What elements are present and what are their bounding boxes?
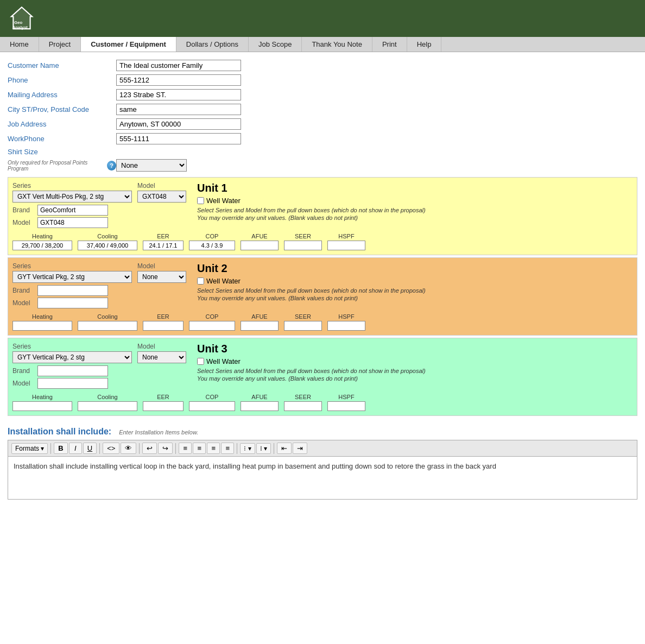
unit2-brand-input[interactable] <box>37 285 108 296</box>
city-row: City ST/Prov, Postal Code <box>8 104 637 115</box>
unit3-cop-input[interactable] <box>189 401 235 411</box>
unit3-hspf-input[interactable] <box>327 401 365 411</box>
unit3-well-water-checkbox[interactable] <box>197 358 204 365</box>
code-button[interactable]: <> <box>103 443 119 454</box>
unit3-seer-input[interactable] <box>284 401 322 411</box>
unit1-seer-input[interactable] <box>284 241 322 250</box>
unit2-eer-label: EER <box>157 313 169 320</box>
unit2-eer-col: EER <box>143 313 184 331</box>
unit2-seer-label: SEER <box>295 313 311 320</box>
formats-dropdown[interactable]: Formats ▾ <box>11 443 48 454</box>
toolbar-sep-1 <box>50 443 51 454</box>
unit1-afue-input[interactable] <box>241 241 279 250</box>
work-phone-label: WorkPhone <box>8 135 116 143</box>
indent-button[interactable]: ⇥ <box>293 443 307 454</box>
unit2-model-select[interactable]: None GXT048 <box>137 271 186 283</box>
unit1-cop-input[interactable] <box>189 241 235 250</box>
italic-button[interactable]: I <box>69 443 82 454</box>
nav-print[interactable]: Print <box>372 37 407 52</box>
unit3-series-label: Series <box>12 343 132 350</box>
unit3-model-input[interactable] <box>37 378 108 389</box>
info-icon[interactable]: ? <box>107 161 116 171</box>
nav-project[interactable]: Project <box>39 37 81 52</box>
align-center-button[interactable]: ≡ <box>193 443 206 454</box>
bold-button[interactable]: B <box>54 443 67 454</box>
unit3-model-row: Model <box>12 378 132 389</box>
phone-row: Phone <box>8 74 637 86</box>
unit1-model-select[interactable]: GXT048 None <box>137 191 186 203</box>
unit1-cooling-input[interactable] <box>78 241 137 250</box>
unit2-well-water: Well Water <box>197 277 633 285</box>
installation-editor[interactable]: Installation shall include installing ve… <box>8 456 637 500</box>
unit3-brand-row: Brand <box>12 365 132 376</box>
work-phone-input[interactable] <box>116 133 241 144</box>
unit1-eer-input[interactable] <box>143 241 184 250</box>
unit3-model-select[interactable]: None GXT048 <box>137 351 186 363</box>
unit1-cop-label: COP <box>206 233 219 239</box>
align-right-button[interactable]: ≡ <box>207 443 220 454</box>
unit3-eer-input[interactable] <box>143 401 184 411</box>
mailing-address-row: Mailing Address <box>8 89 637 100</box>
unit1-section: Series GXT Vert Multi-Pos Pkg, 2 stg GYT… <box>8 177 637 255</box>
preview-button[interactable]: 👁 <box>121 443 136 454</box>
unit1-heating-input[interactable] <box>12 241 72 250</box>
unit2-heating-input[interactable] <box>12 321 72 331</box>
job-address-input[interactable] <box>116 118 241 130</box>
nav-home[interactable]: Home <box>0 37 39 52</box>
unit1-hspf-input[interactable] <box>327 241 365 250</box>
unit2-well-water-checkbox[interactable] <box>197 277 204 285</box>
unit2-cop-input[interactable] <box>189 321 235 331</box>
undo-button[interactable]: ↩ <box>142 443 157 454</box>
unit2-hspf-input[interactable] <box>327 321 365 331</box>
nav-thank-you-note[interactable]: Thank You Note <box>302 37 372 52</box>
unit2-metrics: Heating Cooling EER COP AFUE SEER <box>12 313 633 331</box>
unit1-eer-label: EER <box>157 233 169 239</box>
unit2-cop-col: COP <box>189 313 235 331</box>
unit1-afue-label: AFUE <box>251 233 267 239</box>
unit2-seer-input[interactable] <box>284 321 322 331</box>
header: Geo Analyst <box>0 0 645 37</box>
mailing-address-input[interactable] <box>116 89 241 100</box>
nav-dollars-options[interactable]: Dollars / Options <box>176 37 249 52</box>
shirt-size-select[interactable]: None S M L XL XXL <box>116 159 187 172</box>
unit1-series-select[interactable]: GXT Vert Multi-Pos Pkg, 2 stg GYT Vertic… <box>12 191 132 203</box>
outdent-button[interactable]: ⇤ <box>277 443 292 454</box>
unit2-brand-row: Brand <box>12 285 132 296</box>
unit3-brand-input[interactable] <box>37 365 108 376</box>
unit2-brand-label: Brand <box>12 287 35 294</box>
unit2-model-input[interactable] <box>37 298 108 308</box>
unit1-brand-input[interactable] <box>37 205 108 216</box>
customer-name-row: Customer Name <box>8 60 637 71</box>
unit2-eer-input[interactable] <box>143 321 184 331</box>
list-bullet-button[interactable]: ⁝ ▾ <box>240 443 255 454</box>
redo-button[interactable]: ↪ <box>158 443 173 454</box>
nav-customer-equipment[interactable]: Customer / Equipment <box>81 37 176 52</box>
unit3-hspf-col: HSPF <box>327 394 365 411</box>
list-number-button[interactable]: ⁞ ▾ <box>256 443 271 454</box>
installation-title: Installation shall include: <box>8 427 111 437</box>
phone-input[interactable] <box>116 74 241 86</box>
unit2-cooling-input[interactable] <box>78 321 137 331</box>
customer-name-input[interactable] <box>116 60 241 71</box>
align-left-button[interactable]: ≡ <box>179 443 192 454</box>
unit3-cop-col: COP <box>189 394 235 411</box>
nav-help[interactable]: Help <box>407 37 442 52</box>
nav-job-scope[interactable]: Job Scope <box>249 37 302 52</box>
unit1-eer-col: EER <box>143 233 184 250</box>
underline-button[interactable]: U <box>83 443 97 454</box>
toolbar-sep-5 <box>237 443 237 454</box>
justify-button[interactable]: ≡ <box>221 443 234 454</box>
city-input[interactable] <box>116 104 241 115</box>
unit3-series-select[interactable]: GYT Vertical Pkg, 2 stg GXT Vert Multi-P… <box>12 351 132 363</box>
unit1-afue-col: AFUE <box>241 233 279 250</box>
unit3-heating-input[interactable] <box>12 401 72 411</box>
unit2-afue-input[interactable] <box>241 321 279 331</box>
unit1-select-info: Select Series and Model from the pull do… <box>197 207 633 213</box>
job-address-label: Job Address <box>8 120 116 128</box>
unit2-series-select[interactable]: GYT Vertical Pkg, 2 stg GXT Vert Multi-P… <box>12 271 132 283</box>
unit1-model-input[interactable] <box>37 217 108 228</box>
unit3-cooling-input[interactable] <box>78 401 137 411</box>
unit3-brand-label: Brand <box>12 367 35 375</box>
unit3-afue-input[interactable] <box>241 401 279 411</box>
unit1-well-water-checkbox[interactable] <box>197 197 204 204</box>
